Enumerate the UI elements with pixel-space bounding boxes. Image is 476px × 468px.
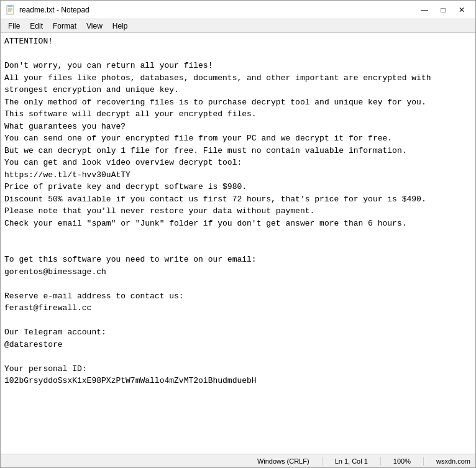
maximize-button[interactable]: □ [434, 4, 452, 16]
minimize-button[interactable]: — [416, 4, 433, 16]
app-icon [6, 5, 16, 15]
menu-view[interactable]: View [81, 19, 108, 32]
zoom-status: 100% [393, 457, 411, 465]
menu-bar: File Edit Format View Help [1, 19, 475, 33]
text-area-wrapper: ATTENTION! Don't worry, you can return a… [1, 33, 475, 454]
svg-rect-1 [8, 5, 12, 7]
separator-2 [380, 457, 381, 466]
window-controls: — □ ✕ [416, 4, 470, 16]
title-bar-left: readme.txt - Notepad [6, 5, 89, 15]
separator-3 [423, 457, 424, 466]
branding-label: wsxdn.com [436, 457, 470, 465]
notepad-window: readme.txt - Notepad — □ ✕ File Edit For… [0, 0, 476, 468]
menu-edit[interactable]: Edit [25, 19, 48, 32]
menu-format[interactable]: Format [48, 19, 81, 32]
menu-file[interactable]: File [3, 19, 25, 32]
separator-1 [322, 457, 323, 466]
close-button[interactable]: ✕ [453, 4, 470, 16]
text-content[interactable]: ATTENTION! Don't worry, you can return a… [1, 33, 475, 454]
line-col-status: Ln 1, Col 1 [335, 457, 368, 465]
menu-help[interactable]: Help [108, 19, 133, 32]
title-bar: readme.txt - Notepad — □ ✕ [1, 1, 475, 19]
window-title: readme.txt - Notepad [19, 6, 89, 14]
encoding-status: Windows (CRLF) [257, 457, 309, 465]
status-bar: Windows (CRLF) Ln 1, Col 1 100% wsxdn.co… [1, 454, 475, 467]
